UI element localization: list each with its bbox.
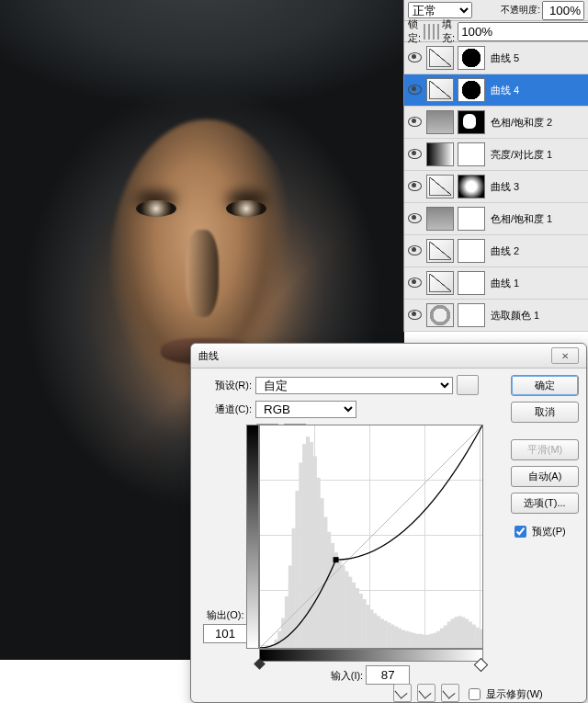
svg-rect-65 bbox=[334, 557, 339, 562]
visibility-toggle[interactable] bbox=[404, 245, 424, 257]
eye-icon bbox=[408, 117, 422, 127]
preset-select[interactable]: 自定 bbox=[255, 377, 453, 394]
options-button[interactable]: 选项(T)... bbox=[511, 493, 579, 514]
visibility-toggle[interactable] bbox=[404, 181, 424, 193]
visibility-toggle[interactable] bbox=[404, 117, 424, 129]
visibility-toggle[interactable] bbox=[404, 213, 424, 225]
layer-row[interactable]: 曲线 5 bbox=[404, 42, 588, 74]
curve-line[interactable] bbox=[260, 425, 482, 648]
eye-icon bbox=[408, 310, 422, 320]
visibility-toggle[interactable] bbox=[404, 149, 424, 161]
layer-name: 选取颜色 1 bbox=[491, 309, 539, 323]
preview-label: 预览(P) bbox=[532, 525, 566, 539]
mask-thumb[interactable] bbox=[458, 142, 485, 166]
layer-row[interactable]: 曲线 4 bbox=[404, 74, 588, 107]
output-input[interactable] bbox=[203, 624, 247, 643]
channel-select[interactable]: RGB bbox=[255, 401, 356, 418]
fill-label: 填充: bbox=[442, 17, 455, 45]
artwork-eye-left bbox=[136, 200, 176, 217]
layer-row[interactable]: 曲线 1 bbox=[404, 267, 588, 300]
layer-row[interactable]: 曲线 3 bbox=[404, 171, 588, 203]
layer-name: 曲线 1 bbox=[491, 277, 519, 290]
mask-thumb[interactable] bbox=[458, 46, 485, 70]
layer-name: 曲线 4 bbox=[491, 84, 519, 97]
layer-name: 曲线 2 bbox=[491, 244, 519, 258]
dialog-title: 曲线 bbox=[198, 349, 219, 363]
layer-name: 曲线 3 bbox=[491, 180, 519, 194]
visibility-toggle[interactable] bbox=[404, 85, 424, 96]
preset-label: 预设(R): bbox=[200, 379, 252, 392]
close-icon[interactable]: ✕ bbox=[551, 347, 579, 364]
white-eyedropper-icon[interactable] bbox=[441, 684, 459, 702]
adjustment-thumb[interactable] bbox=[426, 46, 454, 70]
opacity-input[interactable] bbox=[542, 1, 584, 20]
layer-name: 亮度/对比度 1 bbox=[491, 148, 552, 162]
adjustment-thumb[interactable] bbox=[426, 78, 454, 102]
lock-pixels-icon[interactable] bbox=[428, 24, 430, 40]
artwork-nose bbox=[186, 230, 219, 317]
mask-thumb[interactable] bbox=[458, 303, 485, 327]
layer-name: 曲线 5 bbox=[491, 51, 519, 65]
adjustment-thumb[interactable] bbox=[426, 271, 454, 295]
curves-graph[interactable] bbox=[259, 425, 483, 649]
input-label: 输入(I): bbox=[331, 670, 363, 681]
mask-thumb[interactable] bbox=[458, 239, 485, 263]
mask-thumb[interactable] bbox=[458, 271, 485, 295]
eye-icon bbox=[408, 181, 422, 191]
adjustment-thumb[interactable] bbox=[426, 142, 454, 166]
layer-row[interactable]: 亮度/对比度 1 bbox=[404, 139, 588, 171]
lock-position-icon[interactable] bbox=[433, 24, 435, 40]
cancel-button[interactable]: 取消 bbox=[511, 402, 579, 423]
mask-thumb[interactable] bbox=[458, 110, 485, 134]
smooth-button[interactable]: 平滑(M) bbox=[511, 439, 579, 460]
lock-transparency-icon[interactable] bbox=[424, 24, 425, 40]
output-label: 输出(O): bbox=[198, 608, 252, 622]
layer-row[interactable]: 曲线 2 bbox=[404, 235, 588, 267]
eye-icon bbox=[408, 52, 422, 62]
layer-row[interactable]: 色相/饱和度 2 bbox=[404, 107, 588, 139]
lock-all-icon[interactable] bbox=[437, 24, 439, 40]
ok-button[interactable]: 确定 bbox=[511, 375, 579, 396]
adjustment-thumb[interactable] bbox=[426, 239, 454, 263]
input-gradient bbox=[259, 649, 483, 662]
adjustment-thumb[interactable] bbox=[426, 110, 454, 134]
gray-eyedropper-icon[interactable] bbox=[417, 684, 435, 702]
show-clipping-checkbox[interactable] bbox=[469, 688, 481, 700]
svg-line-64 bbox=[260, 425, 482, 648]
black-eyedropper-icon[interactable] bbox=[393, 684, 412, 702]
opacity-label: 不透明度: bbox=[501, 4, 540, 17]
adjustment-thumb[interactable] bbox=[426, 175, 454, 198]
mask-thumb[interactable] bbox=[458, 207, 485, 231]
layer-row[interactable]: 选取颜色 1 bbox=[404, 300, 588, 332]
layer-name: 色相/饱和度 1 bbox=[491, 212, 552, 226]
input-input[interactable] bbox=[366, 665, 410, 685]
curves-dialog: 曲线 ✕ 预设(R): 自定 通道(C): RGB bbox=[190, 343, 587, 703]
mask-thumb[interactable] bbox=[458, 78, 485, 102]
artwork-eye-right bbox=[226, 200, 266, 217]
auto-button[interactable]: 自动(A) bbox=[511, 466, 579, 487]
eye-icon bbox=[408, 149, 422, 159]
show-clipping-label: 显示修剪(W) bbox=[486, 687, 543, 701]
layer-row[interactable]: 色相/饱和度 1 bbox=[404, 203, 588, 235]
layers-panel: 正常 不透明度: 锁定: 填充: 曲线 5 曲线 4 色相/饱和度 2 亮度/对… bbox=[403, 0, 588, 332]
eye-icon bbox=[408, 85, 422, 95]
blend-mode-select[interactable]: 正常 bbox=[408, 2, 472, 18]
eye-icon bbox=[408, 213, 422, 223]
visibility-toggle[interactable] bbox=[404, 52, 424, 64]
preview-checkbox[interactable] bbox=[514, 526, 526, 538]
mask-thumb[interactable] bbox=[458, 175, 485, 198]
fill-input[interactable] bbox=[458, 22, 588, 41]
visibility-toggle[interactable] bbox=[404, 310, 424, 322]
adjustment-thumb[interactable] bbox=[426, 303, 454, 327]
eye-icon bbox=[408, 278, 422, 288]
layer-name: 色相/饱和度 2 bbox=[491, 116, 552, 130]
dialog-titlebar[interactable]: 曲线 ✕ bbox=[191, 344, 586, 369]
preset-menu-button[interactable] bbox=[457, 375, 479, 395]
channel-label: 通道(C): bbox=[200, 403, 252, 416]
lock-label: 锁定: bbox=[408, 17, 421, 45]
eye-icon bbox=[408, 245, 422, 255]
adjustment-thumb[interactable] bbox=[426, 207, 454, 231]
visibility-toggle[interactable] bbox=[404, 278, 424, 289]
